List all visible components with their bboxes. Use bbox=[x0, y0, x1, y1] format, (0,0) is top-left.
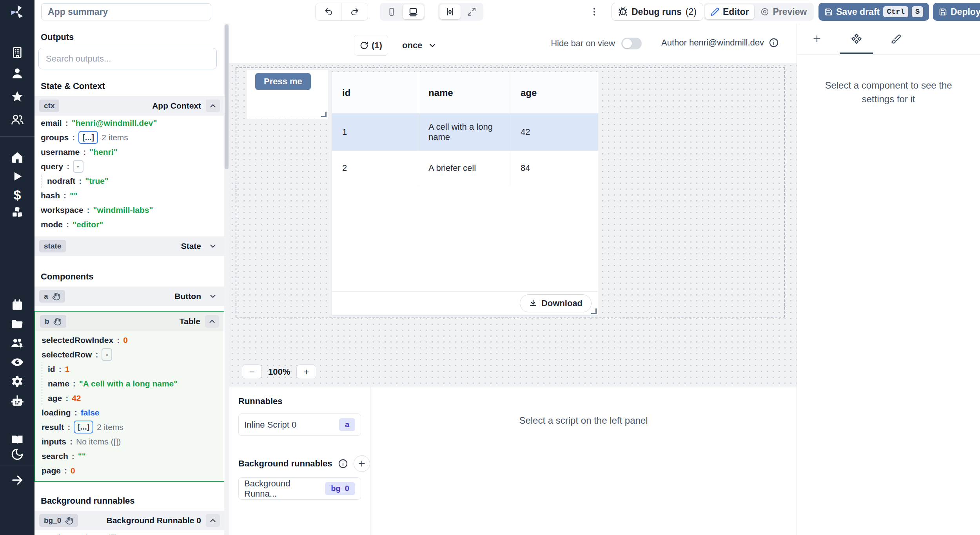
inline-script-item[interactable]: Inline Script 0 a bbox=[238, 413, 361, 436]
ctx-indent-group: nodraft:"true" bbox=[41, 174, 225, 188]
scrollbar-thumb[interactable] bbox=[225, 24, 229, 169]
component-b-row[interactable]: b Table bbox=[35, 312, 224, 331]
expand-state-button[interactable] bbox=[206, 240, 220, 252]
component-b-section-selected: b Table selectedRowIndex:0 selectedRow:-… bbox=[34, 311, 225, 482]
deploy-button[interactable]: Deploy bbox=[933, 3, 980, 21]
download-button[interactable]: Download bbox=[520, 294, 592, 312]
collapse-ctx-button[interactable] bbox=[206, 100, 220, 112]
output-row: age:42 bbox=[42, 391, 224, 405]
user-icon[interactable] bbox=[0, 67, 34, 80]
button-component-cell[interactable]: Press me bbox=[247, 70, 328, 119]
save-draft-button[interactable]: Save draft Ctrl S bbox=[818, 3, 929, 21]
table-row[interactable]: 2 A briefer cell 84 bbox=[332, 151, 598, 185]
mobile-view-button[interactable] bbox=[381, 4, 402, 19]
settings-gear-icon[interactable] bbox=[0, 375, 34, 388]
bg0-section-row[interactable]: bg_0 Background Runnable 0 bbox=[34, 511, 225, 530]
schedule-select[interactable]: once bbox=[402, 35, 437, 56]
ctx-rows: email:"henri@windmill.dev" groups:[...]2… bbox=[34, 116, 225, 232]
groups-icon[interactable] bbox=[0, 113, 34, 126]
ai-robot-icon[interactable] bbox=[0, 394, 34, 408]
resize-handle[interactable] bbox=[321, 112, 327, 117]
paintbrush-icon bbox=[891, 34, 901, 44]
chevron-up-icon bbox=[208, 317, 216, 326]
workers-users-gear-icon[interactable] bbox=[0, 336, 34, 350]
save-icon bbox=[939, 8, 947, 16]
hide-bar-toggle[interactable] bbox=[621, 38, 642, 49]
add-background-runnable-button[interactable] bbox=[354, 455, 370, 472]
tab-editor[interactable]: Editor bbox=[705, 4, 754, 19]
cell-id: 2 bbox=[332, 151, 418, 185]
expand-a-button[interactable] bbox=[206, 290, 220, 303]
empty-value-box[interactable]: - bbox=[102, 348, 112, 361]
b-type-label: Table bbox=[180, 317, 200, 326]
output-row: result:[...]2 items bbox=[35, 420, 224, 434]
ctx-section-row[interactable]: ctx App Context bbox=[34, 96, 225, 116]
windmill-logo[interactable] bbox=[0, 4, 34, 20]
deploy-label: Deploy bbox=[951, 7, 980, 17]
docs-book-icon[interactable] bbox=[0, 433, 34, 446]
settings-tabs bbox=[797, 24, 980, 54]
chevron-down-icon bbox=[428, 41, 437, 50]
audit-eye-icon[interactable] bbox=[0, 355, 34, 369]
layout-toggle-group bbox=[438, 3, 483, 21]
zoom-in-button[interactable]: + bbox=[296, 365, 316, 379]
table-row-selected[interactable]: 1 A cell with a long name 42 bbox=[332, 114, 598, 151]
folders-icon[interactable] bbox=[0, 317, 34, 331]
column-header[interactable]: name bbox=[418, 72, 510, 113]
output-row: groups:[...]2 items bbox=[34, 130, 225, 145]
center-layout-button[interactable] bbox=[439, 4, 461, 19]
tab-styling[interactable] bbox=[876, 24, 916, 54]
canvas-toolbar: (1) once Hide bar on view Author henri@w… bbox=[229, 24, 797, 63]
hand-pointer-icon bbox=[65, 517, 73, 525]
chevron-down-icon bbox=[209, 242, 217, 250]
column-header[interactable]: id bbox=[332, 72, 418, 113]
state-section-row[interactable]: state State bbox=[34, 236, 225, 256]
output-row: page:0 bbox=[35, 463, 224, 478]
debug-runs-button[interactable]: Debug runs (2) bbox=[612, 3, 703, 21]
output-row: inputs:No items ([]) bbox=[35, 434, 224, 449]
expand-array-box[interactable]: [...] bbox=[74, 421, 93, 433]
runs-play-icon[interactable] bbox=[0, 170, 34, 183]
app-summary-input[interactable] bbox=[41, 3, 211, 20]
resources-cubes-icon[interactable] bbox=[0, 205, 34, 219]
tab-preview[interactable]: Preview bbox=[755, 4, 812, 19]
background-runnable-item[interactable]: Background Runna... bg_0 bbox=[238, 477, 361, 500]
tab-add-component[interactable] bbox=[797, 24, 837, 54]
canvas-grid[interactable]: Press me id name age 1 A cell with a lon… bbox=[229, 63, 797, 386]
redo-button[interactable] bbox=[341, 3, 368, 20]
hand-pointer-icon bbox=[53, 317, 62, 326]
more-menu-button[interactable] bbox=[586, 3, 602, 21]
output-row: username:"henri" bbox=[34, 145, 225, 159]
variables-dollar-icon[interactable]: $ bbox=[0, 187, 34, 203]
schedules-calendar-icon[interactable] bbox=[0, 299, 34, 311]
smartphone-icon bbox=[387, 7, 396, 16]
resize-handle[interactable] bbox=[591, 308, 597, 314]
b-chip: b bbox=[40, 315, 66, 328]
output-row: result:No items ([]) bbox=[34, 530, 225, 535]
expand-array-box[interactable]: [...] bbox=[78, 131, 98, 144]
download-icon bbox=[529, 299, 537, 308]
zoom-out-button[interactable]: − bbox=[242, 365, 262, 379]
press-me-button[interactable]: Press me bbox=[255, 73, 311, 90]
star-icon[interactable] bbox=[0, 90, 34, 103]
outputs-title: Outputs bbox=[41, 32, 225, 42]
workspace-icon[interactable] bbox=[0, 46, 34, 59]
desktop-view-button[interactable] bbox=[403, 4, 424, 19]
collapse-arrow-icon[interactable] bbox=[0, 473, 34, 487]
search-outputs-input[interactable] bbox=[38, 48, 217, 69]
outputs-scrollbar[interactable] bbox=[224, 24, 229, 535]
collapse-b-button[interactable] bbox=[205, 315, 219, 328]
empty-value-box[interactable]: - bbox=[73, 160, 83, 173]
refresh-button[interactable]: (1) bbox=[354, 35, 388, 56]
plus-icon bbox=[358, 459, 366, 468]
home-icon[interactable] bbox=[0, 151, 34, 164]
fullscreen-button[interactable] bbox=[461, 4, 482, 19]
dark-mode-moon-icon[interactable] bbox=[0, 448, 34, 461]
collapse-bg0-button[interactable] bbox=[206, 514, 220, 527]
component-a-row[interactable]: a Button bbox=[34, 287, 225, 306]
hide-bar-setting: Hide bar on view bbox=[551, 38, 642, 49]
preview-eye-icon bbox=[760, 7, 769, 16]
column-header[interactable]: age bbox=[510, 72, 598, 113]
undo-button[interactable] bbox=[316, 3, 341, 20]
tab-component-settings[interactable] bbox=[837, 24, 876, 54]
